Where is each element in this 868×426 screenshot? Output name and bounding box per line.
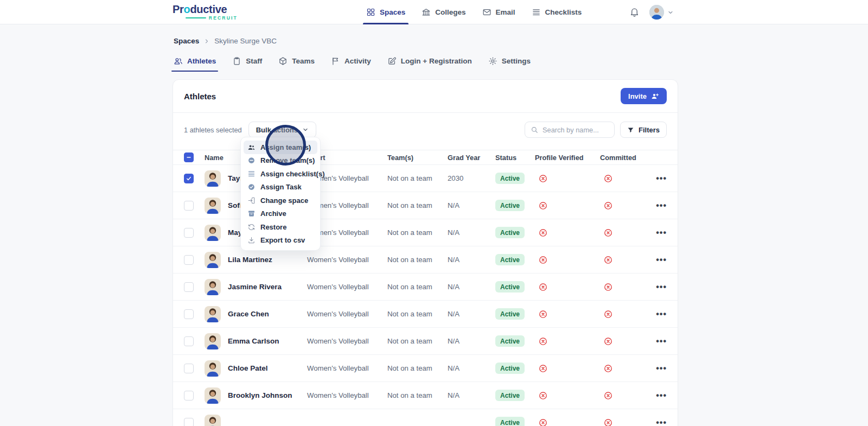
nav-item-checklists[interactable]: Checklists [532,0,582,24]
breadcrumb-spaces[interactable]: Spaces [174,37,199,45]
user-avatar [649,5,664,20]
status-badge: Active [495,281,525,293]
not-committed-icon [603,364,613,373]
tab-staff[interactable]: Staff [232,54,262,72]
nav-item-colleges[interactable]: Colleges [422,0,465,24]
table-row: Active••• [173,409,678,426]
search-input[interactable] [542,126,609,134]
menu-item-remove-team-s[interactable]: Remove team(s) [244,154,317,168]
check-circle-icon [247,183,256,191]
notifications-bell-icon[interactable] [629,7,640,17]
brand-logo[interactable]: Productive RECRUIT [173,4,238,21]
row-checkbox[interactable] [184,282,194,292]
not-committed-icon [603,391,613,400]
grad-year-cell: N/A [448,310,495,318]
row-checkbox[interactable] [184,255,194,265]
row-actions-button[interactable]: ••• [656,420,667,425]
row-actions-button[interactable]: ••• [656,203,667,208]
row-actions-button[interactable]: ••• [656,230,667,236]
chevron-down-icon [302,126,309,133]
col-grad-year: Grad Year [448,154,495,162]
row-actions-button[interactable]: ••• [656,311,667,317]
athlete-name[interactable]: Emma Carlson [228,337,279,345]
archive-icon [247,209,256,218]
users-icon [174,56,183,66]
row-actions-button[interactable]: ••• [656,339,667,344]
user-menu[interactable] [649,5,674,20]
users-filled-icon [247,143,256,151]
sport-cell: Women's Volleyball [307,337,387,345]
team-cell: Not on a team [387,391,448,399]
menu-item-assign-task[interactable]: Assign Task [244,181,317,194]
chevron-down-icon [667,9,674,16]
grad-year-cell: N/A [448,391,495,399]
row-checkbox[interactable] [184,174,194,183]
menu-item-restore[interactable]: Restore [244,220,317,234]
row-actions-button[interactable]: ••• [656,257,667,263]
status-badge: Active [495,308,525,320]
status-badge: Active [495,173,525,184]
row-checkbox[interactable] [184,364,194,373]
clipboard-icon [232,56,241,66]
athlete-avatar [205,279,221,295]
row-checkbox[interactable] [184,309,194,319]
tab-settings[interactable]: Settings [488,54,531,72]
menu-item-change-space[interactable]: Change space [244,194,317,207]
row-checkbox[interactable] [184,391,194,400]
team-cell: Not on a team [387,201,448,209]
not-committed-icon [603,174,613,183]
row-checkbox[interactable] [184,336,194,346]
menu-item-export-to-csv[interactable]: Export to csv [244,234,317,247]
tab-athletes[interactable]: Athletes [174,54,216,72]
space-tabs: AthletesStaffTeamsActivityLogin + Regist… [174,54,531,72]
sport-cell: Women's Volleyball [307,364,387,372]
menu-item-assign-team-s[interactable]: Assign team(s) [244,141,317,154]
table-row: Emma CarlsonWomen's VolleyballNot on a t… [173,328,678,355]
menu-item-archive[interactable]: Archive [244,207,317,221]
row-checkbox[interactable] [184,228,194,238]
menu-item-assign-checklist-s[interactable]: Assign checklist(s) [244,167,317,181]
tab-login-registration[interactable]: Login + Registration [387,54,472,72]
row-actions-button[interactable]: ••• [656,393,667,398]
invite-button[interactable]: Invite [621,88,667,104]
nav-item-spaces[interactable]: Spaces [366,0,405,24]
nav-item-email[interactable]: Email [482,0,515,24]
not-committed-icon [603,282,613,292]
refresh-icon [247,223,256,231]
athlete-name[interactable]: Grace Chen [228,310,269,318]
col-status: Status [495,154,535,162]
row-checkbox[interactable] [184,418,194,426]
sport-cell: Women's Volleyball [307,283,387,291]
col-team: Team(s) [387,154,448,162]
select-all-checkbox[interactable] [184,152,194,162]
lines-icon [247,170,256,178]
profile-not-verified-icon [538,336,548,346]
tab-activity[interactable]: Activity [331,54,371,72]
bulk-actions-button[interactable]: Bulk actions [248,122,316,138]
cube-icon [278,56,288,66]
not-committed-icon [603,228,613,238]
team-cell: Not on a team [387,174,448,182]
row-actions-button[interactable]: ••• [656,366,667,371]
athlete-name[interactable]: Lila Martinez [228,256,272,264]
row-checkbox[interactable] [184,201,194,211]
download-icon [247,236,256,244]
grad-year-cell: N/A [448,337,495,345]
table-row: Brooklyn JohnsonWomen's VolleyballNot on… [173,382,678,409]
row-actions-button[interactable]: ••• [656,176,667,181]
filters-button[interactable]: Filters [620,122,667,138]
edit-icon [387,56,397,66]
breadcrumb-current: Skyline Surge VBC [214,37,277,45]
athlete-name[interactable]: Jasmine Rivera [228,283,282,291]
profile-not-verified-icon [538,282,548,292]
team-cell: Not on a team [387,310,448,318]
sport-cell: Women's Volleyball [307,391,387,399]
col-committed: Committed [600,154,654,162]
grad-year-cell: N/A [448,364,495,372]
row-actions-button[interactable]: ••• [656,284,667,290]
tab-teams[interactable]: Teams [278,54,315,72]
athlete-avatar [205,333,221,349]
athlete-name[interactable]: Brooklyn Johnson [228,391,292,399]
status-badge: Active [495,363,525,374]
athlete-name[interactable]: Chloe Patel [228,364,268,372]
